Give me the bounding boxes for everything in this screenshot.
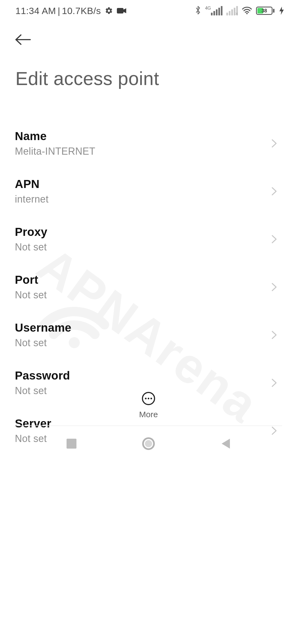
svg-point-10 (145, 440, 152, 447)
status-time: 11:34 AM (15, 6, 56, 16)
row-value: Not set (15, 241, 47, 253)
chevron-right-icon (271, 330, 277, 340)
header: Edit access point (0, 21, 297, 89)
triangle-left-icon (221, 438, 230, 449)
svg-rect-1 (117, 8, 123, 13)
row-name[interactable]: Name Melita-INTERNET (15, 119, 282, 167)
row-label: Port (15, 273, 47, 286)
signal-sim1: 4G (205, 6, 222, 15)
row-proxy[interactable]: Proxy Not set (15, 215, 282, 263)
signal-bars-icon (211, 6, 222, 15)
svg-point-2 (246, 13, 248, 14)
nav-home-button[interactable] (139, 434, 158, 454)
arrow-left-icon (15, 34, 31, 45)
battery-indicator: 38 (256, 7, 274, 15)
more-icon (142, 392, 155, 406)
svg-rect-8 (67, 439, 76, 449)
circle-icon (142, 437, 155, 450)
statusbar: 11:34 AM | 10.7KB/s 4G ✕ (0, 0, 297, 21)
chevron-right-icon (271, 187, 277, 196)
wifi-icon (242, 6, 252, 15)
signal-x-icon: ✕ (235, 12, 238, 16)
svg-point-7 (150, 398, 152, 399)
row-label: Proxy (15, 225, 47, 239)
statusbar-right: 4G ✕ 38 (195, 5, 284, 16)
bluetooth-icon (195, 5, 201, 16)
statusbar-left: 11:34 AM | 10.7KB/s (15, 6, 126, 16)
chevron-right-icon (271, 139, 277, 148)
chevron-right-icon (271, 282, 277, 292)
signal-sim2: ✕ (226, 6, 238, 15)
row-value: Not set (15, 337, 72, 349)
status-speed: 10.7KB/s (62, 6, 101, 16)
more-label: More (139, 410, 158, 419)
status-separator: | (58, 6, 60, 16)
video-icon (117, 7, 126, 14)
chevron-right-icon (271, 234, 277, 244)
network-4g-label: 4G (205, 6, 211, 10)
row-label: Password (15, 369, 70, 382)
row-label: Username (15, 321, 72, 334)
gear-icon (105, 7, 113, 15)
row-value: Melita-INTERNET (15, 146, 95, 157)
square-icon (67, 439, 76, 449)
more-button[interactable]: More (139, 392, 158, 419)
action-bar: More (0, 385, 297, 426)
row-username[interactable]: Username Not set (15, 311, 282, 359)
svg-point-5 (145, 398, 147, 399)
row-label: APN (15, 178, 48, 191)
row-apn[interactable]: APN internet (15, 167, 282, 215)
nav-bar (0, 426, 297, 461)
back-button[interactable] (15, 30, 35, 50)
nav-back-button[interactable] (216, 434, 235, 454)
battery-percent: 38 (257, 8, 272, 14)
page-title: Edit access point (15, 68, 282, 89)
svg-point-6 (148, 398, 149, 399)
row-label: Name (15, 130, 95, 143)
charging-icon (279, 7, 284, 15)
row-value: Not set (15, 289, 47, 301)
row-value: internet (15, 193, 48, 205)
row-port[interactable]: Port Not set (15, 263, 282, 311)
nav-recent-button[interactable] (62, 434, 81, 454)
